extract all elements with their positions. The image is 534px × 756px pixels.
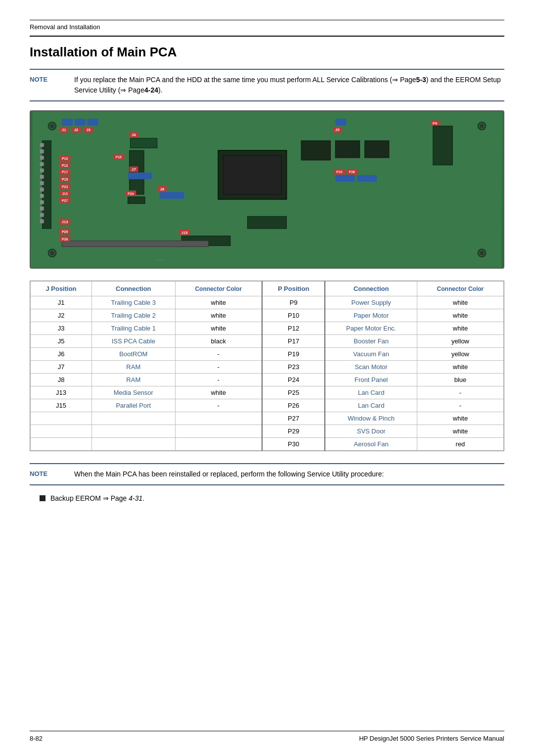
- svg-text:P23: P23: [62, 185, 68, 189]
- top-rule: [30, 20, 504, 20]
- svg-rect-22: [160, 192, 184, 199]
- svg-text:,,,,,,,,: ,,,,,,,,: [155, 257, 164, 261]
- j-color-cell: white: [175, 296, 262, 309]
- j-color-cell: [175, 425, 262, 438]
- section-rule: [30, 36, 504, 37]
- svg-rect-8: [40, 181, 44, 185]
- p-pos-cell: P17: [262, 335, 325, 348]
- p-color-cell: white: [417, 296, 503, 309]
- svg-rect-90: [248, 216, 287, 229]
- p-pos-cell: P29: [262, 425, 325, 438]
- j-pos-cell: J5: [31, 335, 92, 348]
- svg-text:P17: P17: [62, 170, 68, 174]
- j-pos-cell: J6: [31, 348, 92, 361]
- svg-rect-15: [62, 119, 73, 126]
- j-color-cell: white: [175, 322, 262, 335]
- svg-text:P19: P19: [62, 178, 68, 181]
- j-pos-cell: [31, 425, 92, 438]
- p-conn-cell: Lan Card: [325, 386, 417, 399]
- p-color-cell: -: [417, 386, 503, 399]
- j-color-cell: -: [175, 374, 262, 386]
- svg-text:P30: P30: [62, 237, 68, 241]
- svg-rect-4: [40, 156, 44, 160]
- j-color-cell: white: [175, 386, 262, 399]
- p-color-cell: white: [417, 322, 503, 335]
- svg-text:P27: P27: [62, 199, 68, 202]
- j-conn-cell: RAM: [92, 361, 176, 374]
- svg-rect-32: [365, 141, 389, 158]
- table-row: J6 BootROM - P19 Vacuum Fan yellow: [31, 348, 504, 361]
- p-pos-cell: P19: [262, 348, 325, 361]
- breadcrumb: Removal and Installation: [30, 23, 504, 31]
- svg-rect-14: [40, 219, 44, 223]
- svg-rect-23: [128, 197, 145, 204]
- svg-rect-11: [40, 200, 44, 204]
- j-color-cell: [175, 438, 262, 451]
- bottom-rule: [30, 731, 504, 731]
- j-conn-cell: Parallel Port: [92, 399, 176, 412]
- j-pos-cell: J13: [31, 386, 92, 399]
- p-conn-cell: Aerosol Fan: [325, 438, 417, 451]
- p-pos-cell: P10: [262, 309, 325, 322]
- j-conn-cell: [92, 438, 176, 451]
- p-color-cell: white: [417, 361, 503, 374]
- p-color-header: Connector Color: [417, 282, 503, 296]
- pcb-image: J1 J2 J3 J5 J6 J7 J8: [30, 110, 504, 269]
- svg-text:P24: P24: [128, 192, 134, 195]
- j-pos-cell: J15: [31, 399, 92, 412]
- j-color-cell: -: [175, 399, 262, 412]
- svg-rect-29: [433, 126, 453, 165]
- footer-page: 8-82: [30, 735, 43, 742]
- p-conn-cell: Scan Motor: [325, 361, 417, 374]
- bullet-text: Backup EEROM ⇒ Page 4-31.: [50, 494, 144, 502]
- svg-text:J1: J1: [62, 128, 66, 132]
- p-pos-cell: P25: [262, 386, 325, 399]
- list-item: Backup EEROM ⇒ Page 4-31.: [40, 494, 504, 502]
- svg-text:P12: P12: [62, 164, 68, 167]
- svg-rect-33: [62, 241, 208, 247]
- j-pos-cell: [31, 438, 92, 451]
- p-position-header: P Position: [262, 282, 325, 296]
- j-pos-cell: J2: [31, 309, 92, 322]
- svg-rect-19: [131, 138, 157, 148]
- j-color-cell: [175, 412, 262, 425]
- table-row: J5 ISS PCA Cable black P17 Booster Fan y…: [31, 335, 504, 348]
- j-pos-cell: J3: [31, 322, 92, 335]
- svg-rect-31: [335, 141, 359, 158]
- svg-rect-21: [128, 172, 152, 179]
- svg-point-41: [480, 251, 484, 255]
- svg-text:J13: J13: [62, 220, 69, 224]
- p-pos-cell: P26: [262, 399, 325, 412]
- p-conn-cell: Power Supply: [325, 296, 417, 309]
- j-color-header: Connector Color: [175, 282, 262, 296]
- j-conn-cell: ISS PCA Cable: [92, 335, 176, 348]
- pcb-board: J1 J2 J3 J5 J6 J7 J8: [31, 111, 503, 268]
- table-row: P29 SVS Door white: [31, 425, 504, 438]
- p-color-cell: blue: [417, 374, 503, 386]
- note2-text: When the Main PCA has been reinstalled o…: [74, 469, 384, 479]
- j-connection-header: Connection: [92, 282, 176, 296]
- svg-text:P29: P29: [62, 230, 68, 234]
- footer-title: HP DesignJet 5000 Series Printers Servic…: [359, 735, 504, 742]
- j-conn-cell: Trailing Cable 1: [92, 322, 176, 335]
- svg-rect-3: [40, 149, 44, 153]
- j-conn-cell: BootROM: [92, 348, 176, 361]
- svg-text:J13: J13: [62, 192, 68, 195]
- svg-rect-30: [301, 141, 330, 160]
- note2-block: NOTE When the Main PCA has been reinstal…: [30, 463, 504, 485]
- table-row: P27 Window & Pinch white: [31, 412, 504, 425]
- table-row: J8 RAM - P24 Front Panel blue: [31, 374, 504, 386]
- p-pos-cell: P24: [262, 374, 325, 386]
- bullet-square: [40, 495, 45, 501]
- p-conn-cell: Paper Motor Enc.: [325, 322, 417, 335]
- svg-rect-17: [88, 119, 98, 126]
- svg-rect-16: [75, 119, 86, 126]
- p-conn-cell: Paper Motor: [325, 309, 417, 322]
- table-row: J1 Trailing Cable 3 white P9 Power Suppl…: [31, 296, 504, 309]
- j-pos-cell: J7: [31, 361, 92, 374]
- svg-rect-28: [357, 175, 377, 182]
- svg-text:P10: P10: [62, 157, 68, 160]
- j-conn-cell: [92, 412, 176, 425]
- j-color-cell: black: [175, 335, 262, 348]
- p-conn-cell: SVS Door: [325, 425, 417, 438]
